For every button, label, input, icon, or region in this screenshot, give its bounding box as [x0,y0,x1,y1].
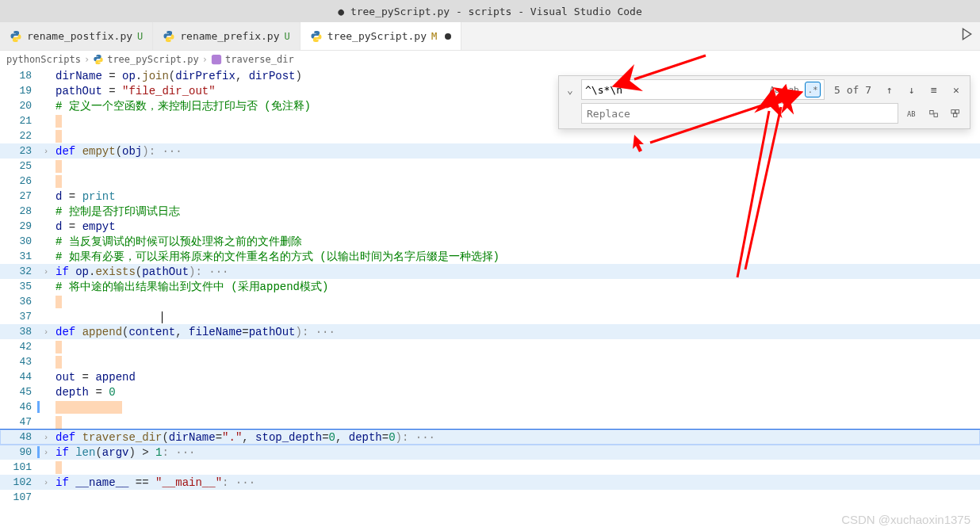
search-match [56,115,62,128]
line-number: 45 [0,386,40,398]
match-count: 5 of 7 [829,84,876,96]
python-icon [93,54,104,65]
regex-toggle[interactable]: .* [805,82,821,97]
line-number: 46 [0,401,40,413]
line-number: 31 [0,250,40,262]
line-number: 25 [0,160,40,172]
svg-point-1 [17,40,18,40]
line-number: 43 [0,356,40,368]
toggle-replace-icon[interactable]: ⌄ [564,84,576,96]
line-number: 38 [0,326,40,338]
search-match [56,160,62,173]
fold-icon[interactable]: › [40,147,52,156]
line-number: 102 [0,476,40,488]
whole-word-toggle[interactable]: ab [786,82,802,97]
breadcrumb-file[interactable]: tree_pyScript.py [107,54,199,65]
tab-label: tree_pyScript.py [327,30,427,42]
editor-tab-1[interactable]: rename_prefix.py U [153,22,300,50]
line-number: 35 [0,281,40,292]
line-number: 36 [0,296,40,308]
window-title: ● tree_pyScript.py - scripts - Visual St… [338,6,642,17]
svg-rect-10 [951,110,955,113]
breadcrumb-folder[interactable]: pythonScripts [6,54,81,65]
line-number: 23 [0,145,40,157]
previous-match-icon[interactable]: ↑ [881,81,898,98]
fold-icon[interactable]: › [40,267,52,277]
line-number: 42 [0,341,40,353]
fold-icon[interactable]: › [40,478,52,487]
editor-tab-0[interactable]: rename_postfix.py U [0,22,153,50]
watermark: CSDN @xuchaoxin1375 [841,513,970,526]
preserve-case-icon[interactable]: AB [903,105,921,122]
fold-icon[interactable]: › [40,448,52,457]
search-input[interactable] [585,84,764,96]
vcs-badge: U [137,31,143,42]
svg-point-3 [170,40,171,40]
svg-point-5 [318,40,319,40]
search-match [56,175,62,188]
line-number: 29 [0,220,40,232]
find-replace-widget: ⌄ Aa ab .* 5 of 7 ↑ ↓ ≡ ✕ AB [558,75,970,129]
search-match [56,416,62,429]
run-icon[interactable] [959,27,974,41]
text-cursor-icon [162,311,163,323]
line-number: 28 [0,205,40,217]
line-number: 32 [0,266,40,277]
svg-point-0 [13,32,14,32]
python-icon [310,30,323,43]
line-number: 20 [0,100,40,112]
breadcrumb[interactable]: pythonScripts › tree_pyScript.py › trave… [0,51,980,68]
python-icon [163,30,175,43]
search-match [56,296,62,308]
chevron-right-icon: › [202,54,208,65]
line-number: 21 [0,115,40,127]
tab-label: rename_prefix.py [180,30,279,42]
find-in-selection-icon[interactable]: ≡ [925,81,943,98]
svg-rect-6 [212,55,221,64]
line-number: 18 [0,70,40,82]
vcs-badge: U [285,31,290,42]
line-number: 26 [0,175,40,187]
function-icon [211,54,222,65]
tab-label: rename_postfix.py [27,30,132,42]
close-icon[interactable]: ✕ [947,81,965,98]
replace-one-icon[interactable] [925,105,943,122]
search-input-wrapper: Aa ab .* [581,79,825,100]
line-number: 90 [0,446,40,458]
breadcrumb-symbol[interactable]: traverse_dir [225,54,294,65]
editor-tab-2[interactable]: tree_pyScript.py M [301,22,461,50]
svg-rect-9 [934,113,937,117]
search-match [56,461,62,474]
line-number: 107 [0,491,40,503]
replace-input[interactable] [581,103,898,124]
replace-all-icon[interactable] [947,105,965,122]
svg-rect-11 [955,110,959,113]
svg-point-2 [167,32,167,32]
line-number: 19 [0,85,40,97]
chevron-right-icon: › [84,54,90,65]
line-number: 48 [0,431,40,443]
search-match [56,401,122,414]
line-number: 22 [0,130,40,142]
svg-rect-12 [954,113,957,117]
editor-tabbar: rename_postfix.py U rename_prefix.py U t… [0,22,980,51]
svg-point-4 [314,32,315,32]
search-match [56,341,62,353]
python-icon [10,30,22,43]
line-number: 37 [0,311,40,323]
vcs-badge: M [431,31,437,42]
line-number: 47 [0,416,40,428]
search-match [56,356,62,369]
fold-icon[interactable]: › [40,327,52,337]
line-number: 27 [0,190,40,202]
dirty-indicator-icon [445,33,451,40]
fold-icon[interactable]: › [40,433,52,442]
next-match-icon[interactable]: ↓ [903,81,921,98]
match-case-toggle[interactable]: Aa [767,82,783,97]
svg-text:AB: AB [907,110,916,118]
line-number: 101 [0,461,40,473]
svg-rect-8 [930,111,933,114]
editor-area[interactable]: 18dirName = op.join(dirPrefix, dirPost) … [0,68,980,505]
search-match [56,130,62,143]
line-number: 44 [0,371,40,383]
